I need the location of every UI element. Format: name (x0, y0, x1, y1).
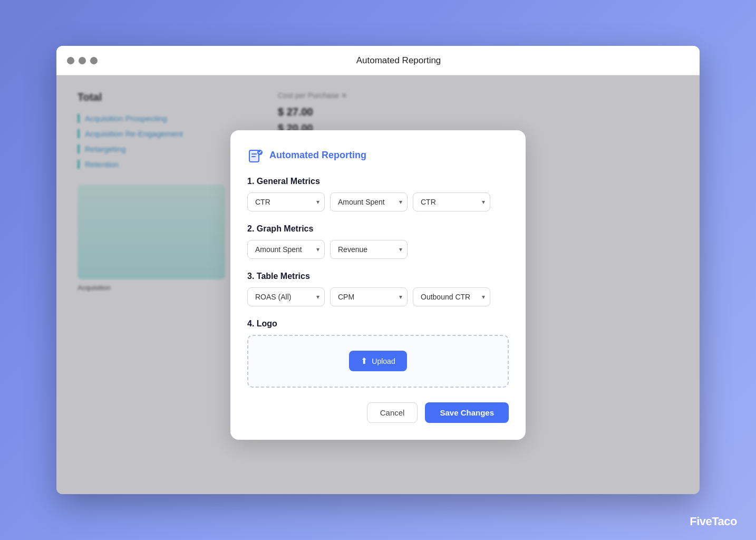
fivetaco-branding: FiveTaco (690, 515, 737, 528)
graph-metrics-dropdowns: Amount Spent CTR Revenue ROAS (All) CPM … (247, 240, 509, 259)
gm-dropdown-2-wrapper: Amount Spent CTR Revenue ROAS (All) CPM … (330, 192, 408, 211)
save-changes-button[interactable]: Save Changes (425, 402, 509, 423)
browser-content: Total Acquisition Prospecting Acquisitio… (56, 75, 700, 494)
graph-metrics-title: 2. Graph Metrics (247, 224, 509, 234)
section-table-metrics: 3. Table Metrics ROAS (All) CTR Amount S… (247, 272, 509, 306)
upload-icon: ⬆ (361, 356, 367, 366)
table-metrics-title: 3. Table Metrics (247, 272, 509, 281)
modal-backdrop: Automated Reporting 1. General Metrics C… (56, 75, 700, 494)
section-graph-metrics: 2. Graph Metrics Amount Spent CTR Revenu… (247, 224, 509, 259)
modal-dialog: Automated Reporting 1. General Metrics C… (230, 130, 526, 440)
browser-toolbar: Automated Reporting (56, 46, 700, 75)
general-metrics-dropdowns: CTR Amount Spent Revenue ROAS (All) CPM … (247, 192, 509, 211)
gm-dropdown-2[interactable]: Amount Spent CTR Revenue ROAS (All) CPM … (330, 192, 408, 211)
tm-dropdown-2-wrapper: CPM CTR Amount Spent Revenue ROAS (All) … (330, 287, 408, 306)
gm-dropdown-3-wrapper: CTR Amount Spent Revenue ROAS (All) CPM … (413, 192, 490, 211)
upload-button[interactable]: ⬆ Upload (349, 351, 406, 371)
browser-title: Automated Reporting (108, 55, 689, 66)
general-metrics-title: 1. General Metrics (247, 177, 509, 186)
grm-dropdown-1-wrapper: Amount Spent CTR Revenue ROAS (All) CPM … (247, 240, 325, 259)
section-general-metrics: 1. General Metrics CTR Amount Spent Reve… (247, 177, 509, 211)
browser-dot-3 (90, 57, 98, 64)
modal-footer: Cancel Save Changes (247, 402, 509, 423)
browser-dot-2 (79, 57, 86, 64)
upload-button-label: Upload (372, 357, 395, 365)
gm-dropdown-1[interactable]: CTR Amount Spent Revenue ROAS (All) CPM … (247, 192, 325, 211)
gm-dropdown-3[interactable]: CTR Amount Spent Revenue ROAS (All) CPM … (413, 192, 490, 211)
gm-dropdown-1-wrapper: CTR Amount Spent Revenue ROAS (All) CPM … (247, 192, 325, 211)
logo-title: 4. Logo (247, 319, 509, 329)
grm-dropdown-2-wrapper: Revenue Amount Spent CTR ROAS (All) CPM … (330, 240, 408, 259)
section-logo: 4. Logo ⬆ Upload (247, 319, 509, 388)
browser-dots (67, 57, 98, 64)
tm-dropdown-3-wrapper: Outbound CTR CTR Amount Spent Revenue RO… (413, 287, 490, 306)
grm-dropdown-1[interactable]: Amount Spent CTR Revenue ROAS (All) CPM … (247, 240, 325, 259)
upload-area[interactable]: ⬆ Upload (247, 335, 509, 388)
cancel-button[interactable]: Cancel (367, 402, 418, 423)
modal-header: Automated Reporting (247, 147, 509, 164)
grm-dropdown-2[interactable]: Revenue Amount Spent CTR ROAS (All) CPM … (330, 240, 408, 259)
browser-dot-1 (67, 57, 74, 64)
browser-window: Automated Reporting Total Acquisition Pr… (56, 46, 700, 494)
tm-dropdown-3[interactable]: Outbound CTR CTR Amount Spent Revenue RO… (413, 287, 490, 306)
automated-reporting-icon (247, 147, 264, 164)
table-metrics-dropdowns: ROAS (All) CTR Amount Spent Revenue CPM … (247, 287, 509, 306)
tm-dropdown-2[interactable]: CPM CTR Amount Spent Revenue ROAS (All) … (330, 287, 408, 306)
tm-dropdown-1[interactable]: ROAS (All) CTR Amount Spent Revenue CPM … (247, 287, 325, 306)
modal-title: Automated Reporting (269, 150, 366, 161)
tm-dropdown-1-wrapper: ROAS (All) CTR Amount Spent Revenue CPM … (247, 287, 325, 306)
